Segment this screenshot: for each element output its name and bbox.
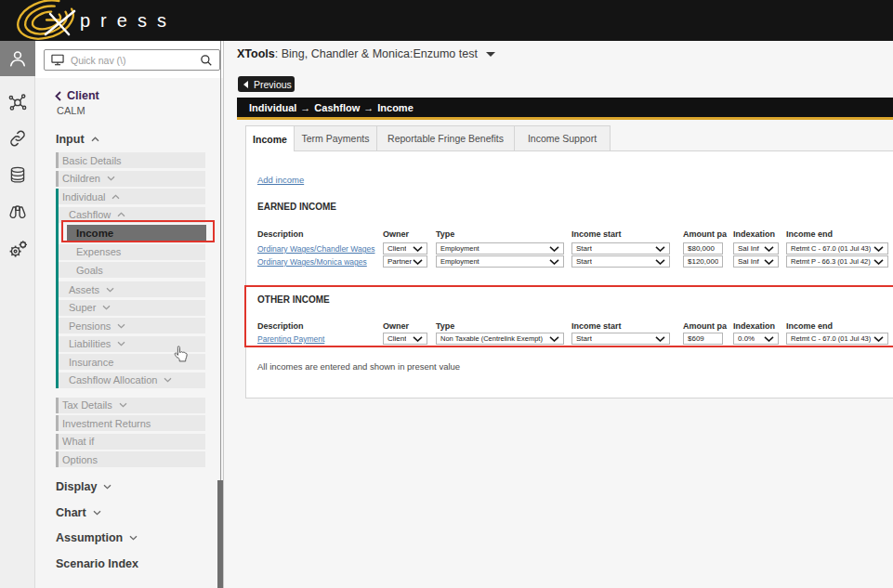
breadcrumb-item: Income	[377, 102, 414, 113]
tab-income[interactable]: Income	[245, 125, 295, 151]
nav-item-insurance[interactable]: Insurance	[59, 354, 205, 370]
income-start-select[interactable]: Start	[571, 255, 670, 268]
column-header-type: Type	[436, 229, 454, 239]
select-chevron-icon	[549, 246, 559, 252]
nav-item-label: Options	[62, 454, 98, 465]
tab-income-support[interactable]: Income Support	[514, 125, 611, 151]
sidebar-section-label: Scenario Index	[56, 557, 138, 570]
nav-group: Investment Returns	[56, 415, 205, 431]
type-select-value: Employment	[440, 244, 479, 253]
sidebar: Client CALM Input Basic DetailsChildrenI…	[35, 41, 224, 588]
rail-item-link[interactable]	[0, 121, 35, 156]
income-description-link[interactable]: Ordinary Wages/Chandler Wages	[257, 244, 374, 254]
amount-input-field[interactable]	[684, 243, 722, 254]
amount-input[interactable]	[683, 333, 723, 345]
indexation-select[interactable]: Sal Inf	[733, 255, 779, 268]
indexation-select[interactable]: 0.0%	[733, 333, 779, 345]
column-header-indexation: Indexation	[733, 229, 775, 239]
scenario-dropdown-icon[interactable]	[486, 52, 495, 57]
amount-input[interactable]	[683, 255, 723, 268]
nav-section-input[interactable]: Input	[56, 133, 99, 146]
income-start-select[interactable]: Start	[571, 242, 670, 255]
income-description-link[interactable]: Ordinary Wages/Monica wages	[257, 257, 367, 267]
previous-label: Previous	[254, 79, 292, 90]
sidebar-scrollbar-thumb[interactable]	[217, 480, 224, 588]
nav-item-cashflow[interactable]: Cashflow	[59, 207, 205, 223]
nav-item-goals[interactable]: Goals	[59, 262, 205, 278]
amount-input[interactable]	[683, 242, 723, 255]
nav-item-expenses[interactable]: Expenses	[59, 244, 205, 260]
nav-item-label: Investment Returns	[62, 418, 151, 429]
income-end-select[interactable]: Retmt C - 67.0 (01 Jul 43)	[786, 242, 888, 255]
nav-item-liabilities[interactable]: Liabilities	[59, 336, 205, 352]
chevron-down-icon	[102, 305, 111, 310]
income-description-link[interactable]: Parenting Payment	[257, 334, 324, 344]
content-panel: Add income All incomes are entered and s…	[245, 150, 893, 399]
nav-item-what-if[interactable]: What if	[59, 434, 205, 450]
nav-item-assets[interactable]: Assets	[59, 281, 205, 297]
sidebar-section-scenario-index[interactable]: Scenario Index	[56, 557, 138, 570]
nav-item-label: What if	[62, 436, 94, 447]
owner-select[interactable]: Partner	[383, 255, 427, 268]
type-select[interactable]: Employment	[436, 255, 564, 268]
column-header-description: Description	[257, 321, 304, 331]
select-chevron-icon	[655, 259, 665, 265]
nav-item-basic-details[interactable]: Basic Details	[59, 152, 205, 168]
nav-item-tax-details[interactable]: Tax Details	[59, 398, 205, 413]
nav-item-pensions[interactable]: Pensions	[59, 318, 205, 333]
tab-term-payments[interactable]: Term Payments	[294, 125, 377, 151]
sidebar-section-chart[interactable]: Chart	[56, 506, 101, 519]
link-icon	[7, 128, 28, 149]
rail-item-profile[interactable]	[0, 41, 35, 76]
select-chevron-icon	[655, 246, 665, 252]
owner-select[interactable]: Client	[383, 333, 427, 345]
quick-nav-input[interactable]	[71, 55, 200, 66]
chevron-left-icon	[55, 91, 61, 101]
tab-label: Income Support	[528, 133, 597, 144]
nav-item-super[interactable]: Super	[59, 300, 205, 316]
tab-bar: IncomeTerm PaymentsReportable Fringe Ben…	[245, 125, 611, 151]
tab-reportable-fringe-benefits[interactable]: Reportable Fringe Benefits	[376, 125, 515, 151]
type-select[interactable]: Employment	[436, 242, 564, 255]
indexation-select[interactable]: Sal Inf	[733, 242, 779, 255]
main-area: XTools: Bing, Chandler & Monica:Enzumo t…	[224, 41, 893, 588]
back-to-client[interactable]: Client	[55, 89, 99, 102]
quick-nav-search-input[interactable]	[44, 49, 220, 71]
income-end-select[interactable]: Retmt P - 66.3 (01 Jul 42)	[786, 255, 888, 268]
nav-item-options[interactable]: Options	[59, 451, 205, 467]
add-income-link[interactable]: Add income	[257, 175, 304, 185]
nav-item-children[interactable]: Children	[59, 171, 205, 187]
app-header: press	[0, 0, 893, 41]
chevron-down-icon	[129, 535, 138, 541]
income-start-select-value: Start	[576, 257, 592, 266]
rail-item-gears[interactable]	[0, 231, 35, 267]
icon-rail	[0, 41, 35, 588]
nav-group: Tax Details	[56, 398, 205, 413]
type-select-value: Employment	[440, 257, 479, 266]
rail-item-binoculars[interactable]	[0, 194, 35, 229]
rail-item-network[interactable]	[0, 85, 35, 120]
type-select-value: Non Taxable (Centrelink Exempt)	[440, 334, 543, 343]
nav-tree: Basic DetailsChildrenIndividualCashflowI…	[56, 152, 205, 470]
rail-item-coins[interactable]	[0, 157, 35, 192]
owner-select[interactable]: Client	[383, 242, 427, 255]
income-end-select[interactable]: Retmt C - 67.0 (01 Jul 43)	[786, 333, 888, 345]
sidebar-section-assumption[interactable]: Assumption	[56, 531, 138, 544]
previous-button[interactable]: Previous	[238, 76, 295, 92]
owner-select-value: Client	[387, 334, 406, 343]
nav-item-income[interactable]: Income	[67, 225, 206, 242]
select-chevron-icon	[873, 336, 884, 342]
column-header-description: Description	[257, 229, 304, 239]
sidebar-section-label: Chart	[56, 506, 86, 519]
search-icon[interactable]	[200, 54, 213, 67]
column-header-income-end: Income end	[786, 321, 833, 331]
amount-input-field[interactable]	[684, 256, 722, 267]
nav-item-investment-returns[interactable]: Investment Returns	[59, 415, 205, 431]
chevron-down-icon	[164, 377, 172, 383]
amount-input-field[interactable]	[684, 333, 722, 344]
sidebar-section-display[interactable]: Display	[56, 480, 112, 493]
nav-item-cashflow-allocation[interactable]: Cashflow Allocation	[59, 372, 205, 388]
type-select[interactable]: Non Taxable (Centrelink Exempt)	[436, 333, 564, 345]
nav-item-individual[interactable]: Individual	[59, 189, 205, 204]
income-start-select[interactable]: Start	[571, 333, 670, 345]
